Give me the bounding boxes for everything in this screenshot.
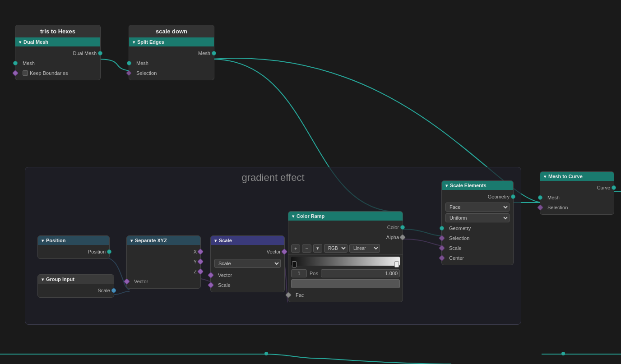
face-dropdown[interactable]: Face Edge Vertex	[445, 203, 510, 212]
keep-boundaries-checkbox[interactable]	[23, 70, 28, 76]
y-output: Y	[127, 257, 200, 267]
chevron-icon: ▾	[19, 40, 21, 45]
cr-fields: 1 Pos 1.000	[288, 267, 403, 279]
cr-mode-select[interactable]: RGB HSV	[324, 244, 348, 253]
split-edges-selection-input: Selection	[129, 68, 214, 78]
se-geometry-output: Geometry	[442, 192, 513, 202]
curve-output-socket	[612, 185, 616, 190]
cr-interpolation-select[interactable]: Linear Ease B-Spline	[349, 244, 380, 253]
node-scale: ▾ Scale Vector Scale Vector Scale	[210, 235, 285, 292]
tris-to-hexes-title: tris to Hexes	[15, 25, 100, 37]
node-color-ramp: ▾ Color Ramp Color Alpha + − ▾ RGB HSV L…	[288, 211, 403, 302]
remove-stop-button[interactable]: −	[302, 244, 311, 253]
se-geometry-input: Geometry	[442, 223, 513, 233]
keep-boundaries-row: Keep Boundaries	[15, 68, 100, 78]
cr-color-swatch[interactable]	[291, 279, 400, 288]
uniform-dropdown[interactable]: Uniform Single Axis	[445, 213, 510, 222]
separate-xyz-header: ▾ Separate XYZ	[127, 236, 200, 245]
scale-elements-header: ▾ Scale Elements	[442, 181, 513, 190]
stop-left[interactable]	[292, 261, 297, 267]
se-geometry-output-socket	[511, 194, 515, 199]
mesh-input-socket	[13, 61, 18, 65]
color-output: Color	[288, 222, 403, 232]
scale-vector-input: Vector	[211, 270, 284, 280]
color-output-socket	[400, 225, 405, 230]
scale-down-header: ▾ Split Edges	[129, 37, 214, 46]
chevron-icon-pos: ▾	[42, 238, 44, 243]
mesh-to-curve-header: ▾ Mesh to Curve	[540, 172, 614, 181]
node-scale-down: scale down ▾ Split Edges Mesh Mesh Selec…	[129, 25, 214, 80]
chevron-icon-scale: ▾	[214, 238, 217, 243]
cr-dropdown-button[interactable]: ▾	[313, 244, 322, 253]
se-center-input: Center	[442, 253, 513, 263]
scale-mode-dropdown[interactable]: Scale	[214, 259, 281, 268]
scale-output: Scale	[38, 286, 114, 295]
node-group-input: ▾ Group Input Scale	[37, 274, 114, 298]
stop-right[interactable]	[394, 261, 399, 267]
color-ramp-bar	[291, 257, 400, 266]
scale-mode-select[interactable]: Scale	[211, 257, 284, 270]
mtc-mesh-input-socket	[538, 195, 542, 200]
node-separate-xyz: ▾ Separate XYZ X Y Z Vector	[126, 235, 201, 289]
split-edges-mesh-input: Mesh	[129, 58, 214, 68]
node-position: ▾ Position Position	[37, 235, 110, 259]
add-stop-button[interactable]: +	[291, 244, 300, 253]
scale-down-title: scale down	[129, 25, 214, 37]
mesh-input-row: Mesh	[15, 58, 100, 68]
chevron-icon-2: ▾	[133, 40, 135, 45]
x-output: X	[127, 247, 200, 257]
color-ramp-header: ▾ Color Ramp	[288, 212, 403, 221]
chevron-icon-xyz: ▾	[130, 238, 133, 243]
split-edges-mesh-output: Mesh	[129, 48, 214, 58]
alpha-output: Alpha	[288, 232, 403, 242]
dual-mesh-output-row: Dual Mesh	[15, 48, 100, 58]
scale-vector-output: Vector	[211, 247, 284, 257]
se-scale-input: Scale	[442, 243, 513, 253]
split-edges-mesh-output-socket	[212, 51, 216, 55]
node-scale-elements: ▾ Scale Elements Geometry Face Edge Vert…	[441, 180, 514, 265]
split-edges-mesh-input-socket	[127, 61, 131, 65]
xyz-vector-input: Vector	[127, 276, 200, 286]
se-geometry-input-socket	[440, 226, 444, 230]
position-header: ▾ Position	[38, 236, 109, 245]
position-output: Position	[38, 247, 109, 257]
mtc-selection-input-socket	[537, 204, 543, 211]
scale-output-socket	[111, 288, 116, 293]
color-ramp-toolbar: + − ▾ RGB HSV Linear Ease B-Spline	[288, 242, 403, 255]
pos-label: Pos	[310, 271, 318, 276]
chevron-icon-cr: ▾	[292, 214, 294, 219]
svg-point-0	[561, 352, 565, 355]
chevron-icon-gi: ▾	[42, 277, 44, 282]
chevron-icon-se: ▾	[445, 183, 448, 188]
node-mesh-to-curve: ▾ Mesh to Curve Curve Mesh Selection	[540, 171, 614, 215]
dual-mesh-output-socket	[98, 51, 102, 55]
tris-to-hexes-header: ▾ Dual Mesh	[15, 37, 100, 46]
mtc-mesh-input: Mesh	[540, 193, 614, 203]
selection-input-socket	[126, 70, 132, 76]
chevron-icon-mtc: ▾	[544, 174, 546, 179]
scale-scale-input: Scale	[211, 280, 284, 290]
mtc-selection-input: Selection	[540, 203, 614, 212]
fac-input: Fac	[288, 290, 403, 300]
svg-point-1	[264, 352, 268, 355]
keep-boundaries-socket	[12, 70, 19, 76]
se-selection-input: Selection	[442, 233, 513, 243]
group-input-header: ▾ Group Input	[38, 275, 114, 284]
z-output: Z	[127, 267, 200, 276]
cr-stop-index[interactable]: 1	[291, 269, 307, 277]
node-tris-to-hexes: tris to Hexes ▾ Dual Mesh Dual Mesh Mesh…	[15, 25, 101, 80]
position-output-socket	[107, 249, 111, 254]
cr-pos-value[interactable]: 1.000	[321, 269, 400, 277]
curve-output: Curve	[540, 183, 614, 193]
scale-header: ▾ Scale	[211, 236, 284, 245]
